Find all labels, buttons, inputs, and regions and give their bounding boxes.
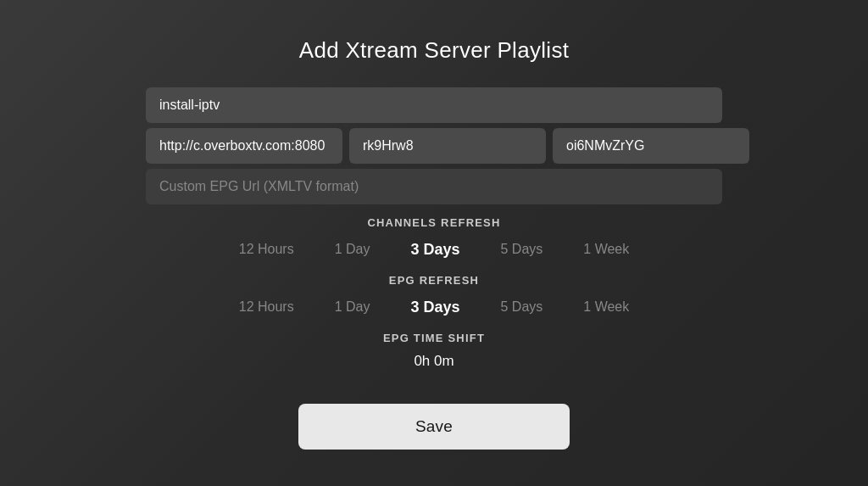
channels-12h[interactable]: 12 Hours <box>232 238 301 260</box>
channels-1d[interactable]: 1 Day <box>328 238 377 260</box>
epg-timeshift-section: EPG TIME SHIFT 0h 0m <box>146 332 722 370</box>
epg-row <box>146 169 722 204</box>
password-input[interactable] <box>553 128 749 164</box>
server-url-input[interactable] <box>146 128 342 164</box>
add-playlist-dialog: Add Xtream Server Playlist CHANNELS REFR… <box>146 37 722 450</box>
epg-1d[interactable]: 1 Day <box>328 296 377 318</box>
epg-3d[interactable]: 3 Days <box>403 295 466 320</box>
playlist-name-input[interactable] <box>146 87 722 123</box>
channels-refresh-label: CHANNELS REFRESH <box>146 216 722 229</box>
epg-timeshift-label: EPG TIME SHIFT <box>146 332 722 344</box>
username-input[interactable] <box>349 128 546 164</box>
server-credentials-row <box>146 128 722 164</box>
epg-12h[interactable]: 12 Hours <box>232 296 301 318</box>
epg-refresh-options: 12 Hours 1 Day 3 Days 5 Days 1 Week <box>146 295 722 320</box>
epg-timeshift-value[interactable]: 0h 0m <box>146 353 722 370</box>
name-row <box>146 87 722 123</box>
epg-refresh-section: EPG REFRESH 12 Hours 1 Day 3 Days 5 Days… <box>146 274 722 320</box>
dialog-title: Add Xtream Server Playlist <box>299 37 569 64</box>
epg-refresh-label: EPG REFRESH <box>146 274 722 287</box>
channels-3d[interactable]: 3 Days <box>403 237 466 262</box>
form-section <box>146 87 722 204</box>
channels-1w[interactable]: 1 Week <box>576 238 636 260</box>
channels-5d[interactable]: 5 Days <box>494 238 550 260</box>
epg-1w[interactable]: 1 Week <box>576 296 636 318</box>
channels-refresh-section: CHANNELS REFRESH 12 Hours 1 Day 3 Days 5… <box>146 216 722 262</box>
epg-url-input[interactable] <box>146 169 722 204</box>
epg-5d[interactable]: 5 Days <box>494 296 550 318</box>
save-button[interactable]: Save <box>298 404 570 450</box>
channels-refresh-options: 12 Hours 1 Day 3 Days 5 Days 1 Week <box>146 237 722 262</box>
